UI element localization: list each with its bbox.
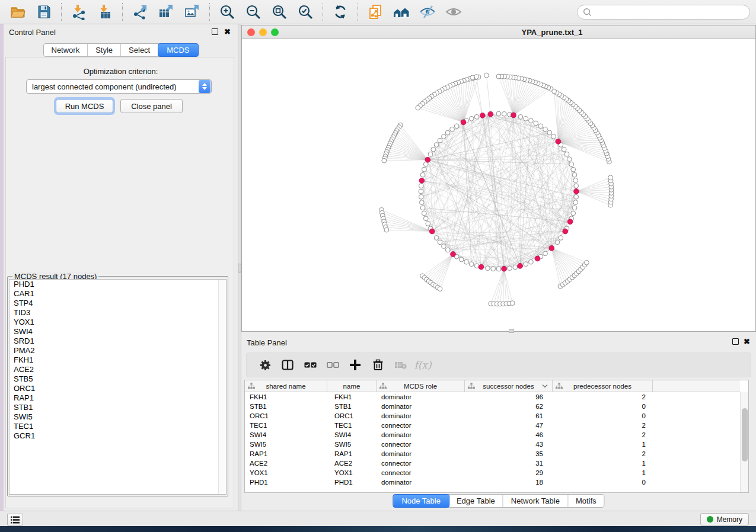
table-cell[interactable]: PHD1 xyxy=(327,477,377,487)
ring-node[interactable] xyxy=(529,259,534,264)
table-cell[interactable]: 43 xyxy=(465,440,553,449)
table-row[interactable]: FKH1FKH1dominator962 xyxy=(245,392,740,402)
dominator-hub-node[interactable] xyxy=(511,113,516,118)
fan-node[interactable] xyxy=(416,105,420,110)
tab-network-table[interactable]: Network Table xyxy=(503,495,568,507)
tab-select[interactable]: Select xyxy=(121,44,158,56)
table-cell[interactable]: ORC1 xyxy=(245,411,327,421)
add-column-icon[interactable] xyxy=(347,357,363,373)
ring-node[interactable] xyxy=(419,200,424,205)
result-list-item[interactable]: STP4 xyxy=(9,299,226,308)
result-list-item[interactable]: PMA2 xyxy=(9,346,226,355)
table-cell[interactable]: 31 xyxy=(465,459,553,468)
result-list-item[interactable]: STB1 xyxy=(9,403,226,412)
result-list-item[interactable]: STB5 xyxy=(9,374,226,384)
criterion-dropdown[interactable]: largest connected component (undirected) xyxy=(26,79,212,94)
ring-node[interactable] xyxy=(419,194,423,199)
table-cell[interactable]: STB1 xyxy=(245,402,327,411)
dominator-hub-node[interactable] xyxy=(419,178,425,183)
fan-node[interactable] xyxy=(438,287,442,291)
table-cell[interactable]: 96 xyxy=(465,392,553,402)
table-cell[interactable]: ORC1 xyxy=(327,411,377,421)
refresh-layout-icon[interactable] xyxy=(331,3,349,21)
table-row[interactable]: STB1STB1dominator620 xyxy=(245,402,740,411)
ring-node[interactable] xyxy=(543,251,548,256)
ring-node[interactable] xyxy=(450,127,455,132)
ring-node[interactable] xyxy=(428,152,433,156)
table-cell[interactable]: YOX1 xyxy=(245,468,327,477)
table-row[interactable]: YOX1YOX1connector291 xyxy=(245,468,740,477)
table-cell[interactable]: connector xyxy=(377,468,465,477)
result-list-item[interactable]: PHD1 xyxy=(9,280,226,289)
delete-selected-icon[interactable] xyxy=(370,357,385,373)
hide-selected-icon[interactable] xyxy=(419,3,436,21)
result-list-item[interactable]: FKH1 xyxy=(9,355,226,365)
table-cell[interactable]: SWI5 xyxy=(245,440,327,449)
run-mcds-button[interactable]: Run MCDS xyxy=(56,99,113,113)
tab-motifs[interactable]: Motifs xyxy=(568,495,604,507)
export-table-icon[interactable] xyxy=(157,3,175,21)
ring-node[interactable] xyxy=(486,266,490,271)
result-list-item[interactable]: ORC1 xyxy=(9,384,226,393)
ring-node[interactable] xyxy=(419,184,423,188)
close-panel-button[interactable]: Close panel xyxy=(120,99,183,113)
table-cell[interactable]: 0 xyxy=(553,402,653,411)
table-scrollbar[interactable] xyxy=(740,392,748,492)
dominator-hub-node[interactable] xyxy=(563,229,568,234)
ring-node[interactable] xyxy=(524,116,528,121)
table-cell[interactable]: 61 xyxy=(465,411,553,421)
ring-node[interactable] xyxy=(422,211,426,216)
window-maximize-icon[interactable] xyxy=(271,28,279,36)
ring-node[interactable] xyxy=(420,172,425,177)
fan-node[interactable] xyxy=(510,301,515,306)
result-list-item[interactable]: SWI4 xyxy=(9,327,226,336)
ring-node[interactable] xyxy=(572,206,577,210)
ring-node[interactable] xyxy=(555,240,560,245)
deselect-all-icon[interactable] xyxy=(325,357,340,373)
fan-node[interactable] xyxy=(382,158,387,163)
dominator-hub-node[interactable] xyxy=(461,120,466,125)
tab-network[interactable]: Network xyxy=(43,44,88,56)
table-cell[interactable]: FKH1 xyxy=(245,392,327,402)
table-cell[interactable]: RAP1 xyxy=(245,449,327,459)
dominator-hub-node[interactable] xyxy=(502,266,507,271)
dominator-hub-node[interactable] xyxy=(518,264,523,269)
network-graph[interactable] xyxy=(242,39,755,331)
ring-node[interactable] xyxy=(491,267,496,271)
task-history-button[interactable] xyxy=(7,514,23,525)
result-list-item[interactable]: TEC1 xyxy=(9,422,226,431)
ring-node[interactable] xyxy=(434,143,439,148)
mcds-result-list[interactable]: PHD1CAR1STP4TID3YOX1SWI4SRD1PMA2FKH1ACE2… xyxy=(9,279,227,495)
ring-node[interactable] xyxy=(438,138,442,143)
network-titlebar[interactable]: YPA_prune.txt_1 xyxy=(242,25,755,39)
ring-node[interactable] xyxy=(419,189,423,194)
result-list-item[interactable]: ACE2 xyxy=(9,365,226,374)
table-cell[interactable]: STB1 xyxy=(327,402,377,411)
table-row[interactable]: SWI5SWI5connector431 xyxy=(245,440,740,449)
fan-node[interactable] xyxy=(496,74,501,79)
result-list-item[interactable]: SWI5 xyxy=(9,412,226,422)
table-cell[interactable]: SWI5 xyxy=(327,440,377,449)
fan-node[interactable] xyxy=(552,89,557,94)
export-network-icon[interactable] xyxy=(131,3,149,21)
tab-mcds[interactable]: MCDS xyxy=(158,43,198,57)
ring-node[interactable] xyxy=(534,121,538,126)
tab-style[interactable]: Style xyxy=(88,44,121,56)
close-panel-icon[interactable]: ✖ xyxy=(224,28,231,35)
scrollbar-thumb[interactable] xyxy=(742,408,748,462)
fan-node[interactable] xyxy=(470,75,475,80)
table-cell[interactable]: FKH1 xyxy=(327,392,377,402)
close-panel-icon[interactable]: ✖ xyxy=(744,338,750,345)
table-cell[interactable]: dominator xyxy=(377,411,465,421)
dominator-hub-node[interactable] xyxy=(567,219,573,225)
table-cell[interactable]: 0 xyxy=(553,477,653,487)
table-cell[interactable]: connector xyxy=(377,459,465,468)
dominator-hub-node[interactable] xyxy=(451,252,456,257)
result-list-item[interactable]: RAP1 xyxy=(9,393,226,403)
ring-node[interactable] xyxy=(438,240,442,245)
ring-node[interactable] xyxy=(445,248,450,252)
ring-node[interactable] xyxy=(496,111,501,116)
fan-node[interactable] xyxy=(384,227,389,232)
ring-node[interactable] xyxy=(562,147,566,152)
ring-node[interactable] xyxy=(567,157,572,162)
